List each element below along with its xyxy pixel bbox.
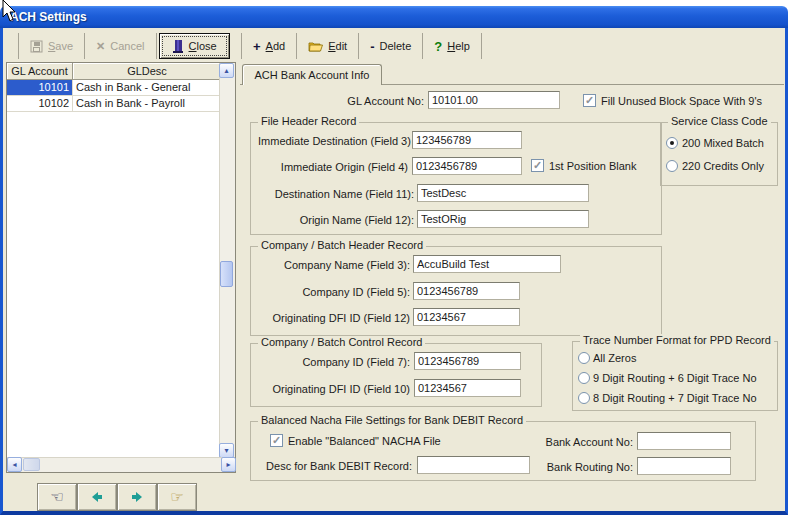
immediate-destination-label: Immediate Destination (Field 3) <box>258 135 408 147</box>
trace-8-7-label: 8 Digit Routing + 7 Digit Trace No <box>593 392 757 404</box>
record-navigator: ☜ ☞ <box>37 483 197 511</box>
company-id-5-field[interactable] <box>413 282 520 300</box>
first-position-blank-label: 1st Position Blank <box>549 160 636 172</box>
horizontal-scroll-thumb[interactable] <box>23 458 40 471</box>
balanced-nacha-title: Balanced Nacha File Settings for Bank DE… <box>258 414 526 426</box>
grid-horizontal-scrollbar[interactable]: ◂ ▸ <box>7 457 235 472</box>
desc-bank-debit-field[interactable] <box>417 456 530 474</box>
company-name-field[interactable] <box>413 255 561 273</box>
next-record-button[interactable] <box>117 483 157 511</box>
trace-all-zeros-label: All Zeros <box>593 352 636 364</box>
grid-header-gl-account[interactable]: GL Account <box>7 63 73 80</box>
scroll-down-icon[interactable]: ▾ <box>219 443 234 458</box>
bank-routing-no-label: Bank Routing No: <box>523 461 633 473</box>
grid-row[interactable]: 10102 Cash in Bank - Payroll <box>7 96 221 112</box>
gl-account-grid: GL Account GLDesc 10101 Cash in Bank - G… <box>6 62 236 473</box>
scroll-right-icon[interactable]: ▸ <box>221 457 236 472</box>
grid-cell-account[interactable]: 10101 <box>7 80 73 95</box>
arrow-right-icon <box>131 491 143 503</box>
service-class-200-radio[interactable] <box>666 137 678 149</box>
help-button-label: Help <box>447 40 470 52</box>
grid-header-row: GL Account GLDesc <box>7 63 221 80</box>
company-id-7-label: Company ID (Field 7): <box>258 356 410 368</box>
grid-cell-desc[interactable]: Cash in Bank - General <box>73 80 221 95</box>
gl-account-no-label: GL Account No: <box>250 95 424 107</box>
first-record-button[interactable]: ☜ <box>37 483 77 511</box>
batch-header-record-title: Company / Batch Header Record <box>258 239 426 251</box>
destination-name-field[interactable] <box>417 184 589 202</box>
trace-9-6-radio[interactable] <box>578 372 590 384</box>
fill-9s-label: Fill Unused Block Space With 9's <box>601 95 762 107</box>
trace-9-6-label: 9 Digit Routing + 6 Digit Trace No <box>593 372 757 384</box>
save-button[interactable]: Save <box>18 33 85 59</box>
trace-all-zeros-radio[interactable] <box>578 352 590 364</box>
arrow-left-icon <box>91 491 103 503</box>
tab-ach-bank-account-info[interactable]: ACH Bank Account Info <box>242 64 382 85</box>
originating-dfi-12-field[interactable] <box>413 308 520 326</box>
originating-dfi-10-label: Originating DFI ID (Field 10) <box>258 383 410 395</box>
service-class-200-label: 200 Mixed Batch <box>682 137 764 149</box>
immediate-origin-label: Immediate Origin (Field 4) <box>258 161 408 173</box>
gl-account-no-field[interactable] <box>428 91 560 109</box>
enable-balanced-label: Enable "Balanced" NACHA File <box>288 435 441 447</box>
window-titlebar[interactable]: ACH Settings <box>0 6 788 28</box>
hand-pointing-right-icon: ☞ <box>170 490 183 504</box>
add-button[interactable]: + Add <box>241 33 297 59</box>
window-title: ACH Settings <box>10 10 87 24</box>
trace-number-format-title: Trace Number Format for PPD Record <box>580 334 774 346</box>
grid-row[interactable]: 10101 Cash in Bank - General <box>7 80 221 96</box>
toolbar-edit-group: + Add Edit - Delete ? Help <box>241 33 482 59</box>
add-icon: + <box>253 39 261 54</box>
service-class-220-label: 220 Credits Only <box>682 160 764 172</box>
close-icon <box>172 39 184 53</box>
company-name-label: Company Name (Field 3): <box>258 259 410 271</box>
cancel-icon: ✕ <box>96 40 105 53</box>
desc-bank-debit-label: Desc for Bank DEBIT Record: <box>260 460 412 472</box>
immediate-destination-field[interactable] <box>412 131 522 149</box>
grid-header-gldesc[interactable]: GLDesc <box>73 63 221 80</box>
destination-name-label: Destination Name (Field 11): <box>258 188 414 200</box>
cancel-button[interactable]: ✕ Cancel <box>85 33 156 59</box>
prior-record-button[interactable] <box>77 483 117 511</box>
cancel-button-label: Cancel <box>110 40 144 52</box>
file-header-record-title: File Header Record <box>258 115 359 127</box>
first-position-blank-checkbox[interactable] <box>531 159 544 172</box>
enable-balanced-checkbox[interactable] <box>270 434 283 447</box>
grid-cell-desc[interactable]: Cash in Bank - Payroll <box>73 96 221 111</box>
company-id-7-field[interactable] <box>414 352 521 370</box>
close-button-label: Close <box>189 40 217 52</box>
bank-account-no-label: Bank Account No: <box>523 436 633 448</box>
grid-vertical-scrollbar[interactable]: ▴ ▾ <box>219 63 235 458</box>
originating-dfi-12-label: Originating DFI ID (Field 12) <box>258 312 410 324</box>
scroll-left-icon[interactable]: ◂ <box>7 457 22 472</box>
service-class-220-radio[interactable] <box>666 160 678 172</box>
bank-routing-no-field[interactable] <box>637 457 731 475</box>
add-button-label: Add <box>266 40 286 52</box>
origin-name-field[interactable] <box>417 210 589 228</box>
toolbar-record-group: Save ✕ Cancel Close <box>18 33 232 59</box>
ach-settings-window: ACH Settings Save ✕ Cancel Close <box>0 0 788 518</box>
delete-button[interactable]: - Delete <box>359 33 423 59</box>
fill-9s-checkbox[interactable] <box>583 94 596 107</box>
help-button[interactable]: ? Help <box>423 33 482 59</box>
service-class-code-group: Service Class Code <box>660 122 778 186</box>
grid-cell-account[interactable]: 10102 <box>7 96 73 111</box>
immediate-origin-field[interactable] <box>412 157 522 175</box>
bank-account-no-field[interactable] <box>637 432 731 450</box>
save-icon <box>30 40 43 53</box>
last-record-button[interactable]: ☞ <box>157 483 197 511</box>
tab-label: ACH Bank Account Info <box>255 69 370 81</box>
trace-8-7-radio[interactable] <box>578 392 590 404</box>
delete-icon: - <box>370 39 374 54</box>
close-button[interactable]: Close <box>159 33 230 59</box>
hand-pointing-left-icon: ☜ <box>50 490 63 504</box>
save-button-label: Save <box>48 40 73 52</box>
vertical-scroll-thumb[interactable] <box>220 261 233 287</box>
originating-dfi-10-field[interactable] <box>414 379 521 397</box>
edit-button[interactable]: Edit <box>297 33 359 59</box>
service-class-code-title: Service Class Code <box>668 115 771 127</box>
origin-name-label: Origin Name (Field 12): <box>258 214 414 226</box>
delete-button-label: Delete <box>380 40 412 52</box>
scroll-up-icon[interactable]: ▴ <box>219 63 234 78</box>
edit-folder-icon <box>308 40 323 52</box>
